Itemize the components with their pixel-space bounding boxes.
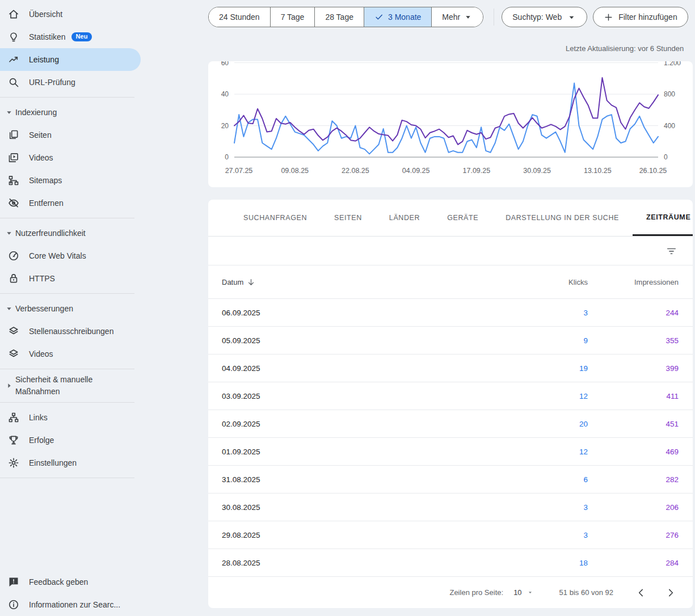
table-filter-row [208,237,693,265]
sidebar-item-label: Videos [29,349,53,358]
trophy-icon [8,434,19,446]
sidebar-item-sitemaps[interactable]: Sitemaps [0,169,141,192]
cell-date: 30.08.2025 [222,503,520,512]
sidebar-item-feedback-geben[interactable]: Feedback geben [0,571,141,593]
sidebar-item-statistiken[interactable]: StatistikenNeu [0,26,141,48]
sidebar-divider [0,293,134,294]
cell-date: 29.08.2025 [222,531,520,539]
cell-clicks: 18 [520,559,588,567]
sidebar-item-videos[interactable]: Videos [0,146,141,169]
tab-zeiträume[interactable]: ZEITRÄUME [633,200,693,236]
sidebar-item-https[interactable]: HTTPS [0,267,141,290]
range-option-mehr[interactable]: Mehr [431,7,483,27]
column-header-impressions[interactable]: Impressionen [588,278,679,286]
sidebar-item-label: Statistiken [29,32,66,41]
sidebar-item-label: Übersicht [29,10,62,19]
add-filter-label: Filter hinzufügen [618,12,677,22]
caret-down-icon [5,229,14,238]
sort-desc-arrow-icon [247,278,255,286]
sidebar-section-label: Verbesserungen [15,304,73,313]
tab-länder[interactable]: LÄNDER [376,200,433,236]
table-row[interactable]: 29.08.20253276 [208,521,693,549]
sidebar-item-core-web-vitals[interactable]: Core Web Vitals [0,244,141,267]
performance-chart-card: 002040040800601.20027.07.2509.08.2522.08… [208,61,693,187]
sidebar-item-leistung[interactable]: Leistung [0,48,141,71]
tab-suchanfragen[interactable]: SUCHANFRAGEN [230,200,321,236]
sidebar-item-label: Einstellungen [29,458,77,467]
cell-clicks: 20 [520,420,588,428]
sidebar-item-label: Feedback geben [29,577,88,587]
rows-per-page-value: 10 [513,588,521,597]
table-row[interactable]: 01.09.202512469 [208,438,693,466]
range-option-24-stunden[interactable]: 24 Stunden [209,7,270,27]
cell-date: 01.09.2025 [222,448,520,456]
sitemap-icon [8,175,19,186]
cell-date: 06.09.2025 [222,309,520,317]
filter-list-icon[interactable] [666,246,677,256]
sidebar-section-indexierung[interactable]: Indexierung [0,101,193,124]
table-row[interactable]: 06.09.20253244 [208,299,693,327]
sidebar-item-übersicht[interactable]: Übersicht [0,3,141,26]
cell-clicks: 19 [520,364,588,373]
rows-per-page-select[interactable]: 10 [513,588,533,597]
table-row[interactable]: 03.09.202512411 [208,382,693,410]
toolbar-divider [494,9,494,26]
table-row[interactable]: 02.09.202520451 [208,410,693,438]
chevron-down-icon [464,12,473,22]
caret-down-icon [5,304,14,313]
sidebar-item-einstellungen[interactable]: Einstellungen [0,452,141,474]
sidebar-section-nutzerfreundlichkeit[interactable]: Nutzerfreundlichkeit [0,222,193,244]
sidebar-item-label: Sitemaps [29,176,62,185]
table-row[interactable]: 28.08.202518284 [208,549,693,577]
caret-down-icon [5,108,14,117]
sidebar-item-videos[interactable]: Videos [0,343,141,365]
add-filter-button[interactable]: Filter hinzufügen [593,7,688,27]
cell-date: 04.09.2025 [222,364,520,373]
layers-icon [8,348,19,360]
links-icon [8,412,19,423]
svg-text:1.200: 1.200 [664,61,681,67]
search-type-label: Suchtyp: Web [512,12,562,22]
range-option-3-monate[interactable]: 3 Monate [364,7,431,27]
sidebar-section-sicherheit-manuelle-maßnahmen[interactable]: Sicherheit & manuelle Maßnahmen [0,373,193,399]
lock-icon [8,273,19,284]
next-page-button[interactable] [665,588,676,598]
cell-clicks: 9 [520,336,588,345]
search-icon [8,77,19,88]
sidebar-item-url-prüfung[interactable]: URL-Prüfung [0,71,141,94]
table-row[interactable]: 31.08.20256282 [208,466,693,493]
cell-date: 05.09.2025 [222,336,520,345]
cell-impressions: 355 [588,336,679,345]
chevron-down-icon [567,12,576,22]
column-header-clicks[interactable]: Klicks [520,278,588,286]
last-update-text: Letzte Aktualisierung: vor 6 Stunden [566,44,695,53]
range-option-7-tage[interactable]: 7 Tage [270,7,315,27]
sidebar-divider [0,369,134,369]
sidebar-divider [0,402,134,403]
column-header-date[interactable]: Datum [222,278,520,286]
date-range-segmented-control: 24 Stunden7 Tage28 Tage3 MonateMehr [208,7,483,27]
svg-text:400: 400 [664,122,675,130]
gear-icon [8,457,19,469]
cell-impressions: 276 [588,531,679,539]
cell-clicks: 6 [520,475,588,484]
search-type-button[interactable]: Suchtyp: Web [502,7,587,27]
sidebar-item-erfolge[interactable]: Erfolge [0,429,141,452]
table-row[interactable]: 04.09.202519399 [208,355,693,382]
range-option-28-tage[interactable]: 28 Tage [314,7,364,27]
cell-date: 03.09.2025 [222,392,520,400]
sidebar-item-informationen-zur-searc[interactable]: Informationen zur Searc... [0,593,141,616]
previous-page-button[interactable] [636,588,646,598]
tab-darstellung-in-der-suche[interactable]: DARSTELLUNG IN DER SUCHE [492,200,633,236]
tab-seiten[interactable]: SEITEN [321,200,376,236]
table-row[interactable]: 30.08.20253206 [208,493,693,521]
sidebar-item-stellenausschreibungen[interactable]: Stellenausschreibungen [0,320,141,343]
sidebar-item-links[interactable]: Links [0,406,141,429]
sidebar-item-seiten[interactable]: Seiten [0,124,141,146]
sidebar-item-entfernen[interactable]: Entfernen [0,192,141,214]
table-row[interactable]: 05.09.20259355 [208,327,693,355]
tab-geräte[interactable]: GERÄTE [433,200,492,236]
svg-text:40: 40 [221,90,229,98]
sidebar-item-label: Videos [29,153,53,162]
sidebar-section-verbesserungen[interactable]: Verbesserungen [0,297,193,320]
